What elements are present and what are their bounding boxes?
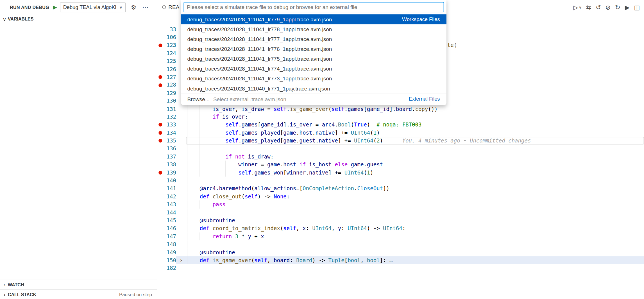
- breakpoint-gutter[interactable]: [157, 225, 163, 232]
- breakpoint-gutter[interactable]: [157, 201, 163, 209]
- run-file-button[interactable]: ▷: [573, 3, 578, 11]
- breakpoint-gutter[interactable]: [157, 97, 163, 105]
- more-actions-icon[interactable]: ⋯: [142, 3, 149, 11]
- code-fragment: te(: [447, 41, 457, 49]
- circle-slash-icon[interactable]: ⊘: [606, 3, 611, 11]
- fold-gutter: [176, 232, 186, 240]
- code-line-content[interactable]: self.games_played[game.host.native] += U…: [186, 129, 644, 137]
- code-line-content[interactable]: [186, 209, 644, 216]
- breakpoint-gutter[interactable]: [157, 264, 163, 272]
- start-debug-icon[interactable]: ▶: [53, 4, 57, 10]
- breakpoint-gutter[interactable]: [157, 81, 163, 89]
- run-dropdown-icon[interactable]: ∨: [579, 5, 582, 9]
- code-line-content[interactable]: [186, 177, 644, 185]
- code-line-content[interactable]: pass: [186, 201, 644, 209]
- code-line-content[interactable]: [186, 240, 644, 248]
- breakpoint-gutter[interactable]: [157, 161, 163, 169]
- code-line-content[interactable]: [186, 264, 644, 272]
- indent-guide: [187, 209, 187, 216]
- code-line-content[interactable]: @arc4.baremethod(allow_actions=[OnComple…: [186, 185, 644, 192]
- breakpoint-gutter[interactable]: [157, 232, 163, 240]
- breakpoint-gutter[interactable]: [157, 248, 163, 256]
- line-number: 147: [163, 232, 176, 240]
- breakpoint-gutter[interactable]: [157, 65, 163, 73]
- code-line-content[interactable]: self.games_played[game.guest.native] += …: [186, 137, 644, 145]
- quick-pick-item[interactable]: debug_traces/20241028_111041_lr778_1appl…: [181, 24, 446, 34]
- breakpoint-gutter[interactable]: [157, 41, 163, 49]
- quick-pick-item[interactable]: debug_traces/20241028_111041_lr777_1appl…: [181, 34, 446, 44]
- breakpoint-gutter[interactable]: [157, 113, 163, 121]
- indent-guide: [200, 161, 200, 169]
- quick-pick-item[interactable]: debug_traces/20241028_111041_lr773_1appl…: [181, 74, 446, 83]
- quick-pick-browse-item[interactable]: Browse... Select external .trace.avm.jso…: [181, 94, 446, 104]
- code-line-content[interactable]: winner = game.host if is_host else game.…: [186, 161, 644, 169]
- compare-changes-icon[interactable]: ⇆: [586, 3, 591, 11]
- code-text: self.games_won[winner.native] += UInt64(…: [187, 169, 373, 176]
- indent-guide: [213, 161, 213, 169]
- code-line-content[interactable]: def close_out(self) -> None:: [186, 192, 644, 200]
- breakpoint-gutter[interactable]: [157, 240, 163, 248]
- indent-guide: [225, 169, 226, 176]
- fold-gutter: [176, 216, 186, 224]
- code-line-content[interactable]: @subroutine: [186, 248, 644, 256]
- code-line: 140: [157, 177, 644, 185]
- breakpoint-gutter[interactable]: [157, 192, 163, 200]
- breakpoint-gutter[interactable]: [157, 105, 163, 113]
- quick-pick-item[interactable]: debug_traces/20241028_111041_lr776_1appl…: [181, 44, 446, 54]
- quick-pick-item[interactable]: debug_traces/20241028_111041_lr779_1appl…: [181, 14, 446, 24]
- quick-pick-input-wrap: [181, 0, 446, 14]
- breakpoint-gutter[interactable]: [157, 153, 163, 161]
- watch-section-header[interactable]: › WATCH: [0, 280, 157, 289]
- breakpoint-gutter[interactable]: [157, 89, 163, 97]
- code-line-content[interactable]: return 3 * y + x: [186, 232, 644, 240]
- quick-pick: debug_traces/20241028_111041_lr779_1appl…: [181, 0, 446, 105]
- breakpoint-gutter[interactable]: [157, 73, 163, 81]
- fold-gutter: [176, 105, 186, 113]
- breakpoint-gutter[interactable]: [157, 256, 163, 264]
- breakpoint-gutter[interactable]: [157, 145, 163, 153]
- quick-pick-item[interactable]: debug_traces/20241028_111041_lr775_1appl…: [181, 54, 446, 64]
- code-line-content[interactable]: def is_game_over(self, board: Board) -> …: [186, 256, 644, 264]
- breakpoint-gutter[interactable]: [157, 57, 163, 65]
- line-number: 149: [163, 248, 176, 256]
- quick-pick-item[interactable]: debug_traces/20241028_111040_lr771_1pay.…: [181, 83, 446, 93]
- breakpoint-gutter[interactable]: [157, 25, 163, 33]
- breakpoint-gutter[interactable]: [157, 216, 163, 224]
- breakpoint-gutter[interactable]: [157, 33, 163, 41]
- debug-config-picker[interactable]: Debug TEAL via AlgoKi ∨: [60, 2, 126, 12]
- split-editor-icon[interactable]: ◫: [634, 3, 640, 11]
- run-and-debug-sidebar: RUN AND DEBUG ▶ Debug TEAL via AlgoKi ∨ …: [0, 0, 157, 299]
- editor-tab[interactable]: REA: [157, 0, 184, 14]
- restart-icon[interactable]: ↻: [615, 3, 620, 11]
- run-circle-icon[interactable]: ▶: [625, 3, 630, 11]
- breakpoint-gutter[interactable]: [157, 49, 163, 57]
- quick-pick-item[interactable]: debug_traces/20241028_111041_lr774_1appl…: [181, 64, 446, 74]
- quick-pick-input[interactable]: [183, 2, 444, 12]
- code-line-content[interactable]: self.games[game_id].is_over = arc4.Bool(…: [186, 121, 644, 129]
- code-line-content[interactable]: if not is_draw:: [186, 153, 644, 161]
- code-line-content[interactable]: [186, 145, 644, 153]
- code-line: 141 @arc4.baremethod(allow_actions=[OnCo…: [157, 185, 644, 192]
- call-stack-section-header[interactable]: › CALL STACK Paused on step: [0, 289, 157, 299]
- fold-chevron-icon[interactable]: ›: [176, 256, 186, 264]
- code-line-content[interactable]: if is_over:: [186, 113, 644, 121]
- breakpoint-gutter[interactable]: [157, 121, 163, 129]
- undo-icon[interactable]: ↺: [596, 3, 601, 11]
- breakpoint-gutter[interactable]: [157, 209, 163, 216]
- breakpoint-gutter[interactable]: [157, 185, 163, 192]
- breakpoint-gutter[interactable]: [157, 129, 163, 137]
- breakpoint-gutter[interactable]: [157, 137, 163, 145]
- indent-guide: [187, 145, 187, 153]
- code-line-content[interactable]: def coord_to_matrix_index(self, x: UInt6…: [186, 225, 644, 232]
- debug-config-label: Debug TEAL via AlgoKi: [63, 4, 116, 10]
- code-line-content[interactable]: self.games_won[winner.native] += UInt64(…: [186, 169, 644, 176]
- code-line-content[interactable]: @subroutine: [186, 216, 644, 224]
- code-line-content[interactable]: is_over, is_draw = self.is_game_over(sel…: [186, 105, 644, 113]
- line-number: 128: [163, 81, 176, 89]
- line-number: 123: [163, 41, 176, 49]
- gear-icon[interactable]: ⚙: [131, 3, 137, 11]
- breakpoint-gutter[interactable]: [157, 177, 163, 185]
- variables-section-header[interactable]: ∨ VARIABLES: [0, 14, 157, 23]
- breakpoint-gutter[interactable]: [157, 169, 163, 176]
- line-number: 129: [163, 89, 176, 97]
